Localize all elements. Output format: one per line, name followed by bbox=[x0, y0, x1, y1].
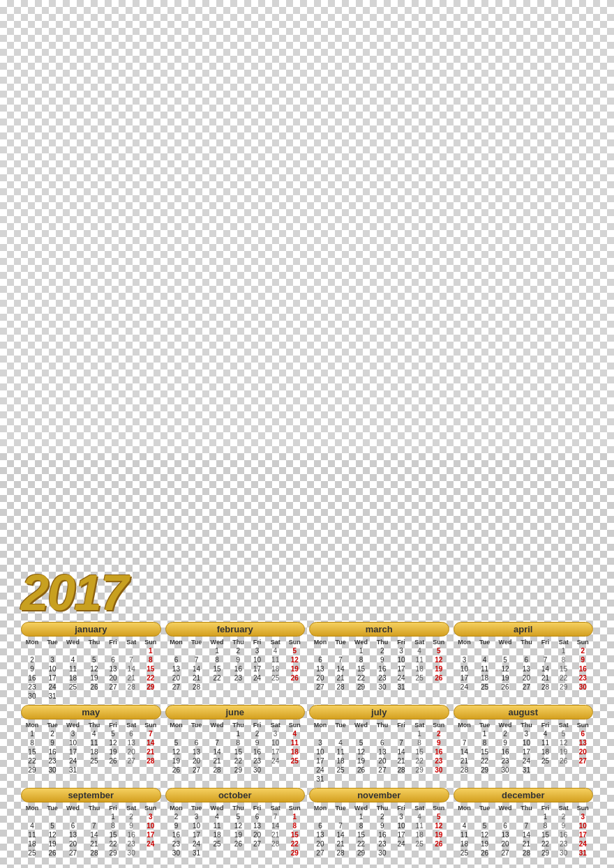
month-block-july: julyMonTueWedThuFriSatSun123456789101112… bbox=[309, 705, 449, 784]
calendar-day bbox=[267, 683, 285, 692]
calendar-day: 8 bbox=[104, 821, 122, 830]
calendar-day: 11 bbox=[206, 821, 228, 830]
calendar-day: 14 bbox=[84, 830, 104, 839]
calendar-day bbox=[454, 729, 476, 738]
calendar-day: 24 bbox=[392, 673, 410, 683]
calendar-day: 15 bbox=[206, 664, 228, 673]
calendar-day: 6 bbox=[494, 821, 516, 830]
calendar-day bbox=[537, 766, 555, 775]
calendar-day: 24 bbox=[516, 756, 536, 766]
month-name-november: november bbox=[309, 788, 449, 802]
calendar-day: 9 bbox=[428, 738, 449, 747]
calendar-day: 26 bbox=[428, 673, 449, 683]
calendar-day: 23 bbox=[43, 756, 61, 766]
calendar-day bbox=[187, 729, 205, 738]
calendar-day: 21 bbox=[187, 673, 205, 683]
calendar-day: 30 bbox=[555, 848, 573, 858]
calendar-day: 15 bbox=[555, 664, 573, 673]
calendar-day bbox=[373, 775, 392, 784]
calendar-day: 18 bbox=[84, 747, 104, 756]
calendar-day: 9 bbox=[122, 821, 140, 830]
calendar-day: 13 bbox=[122, 738, 140, 747]
calendar-day: 29 bbox=[410, 766, 428, 775]
calendar-day: 22 bbox=[104, 839, 122, 848]
calendar-day: 18 bbox=[410, 664, 428, 673]
day-header: Thu bbox=[516, 721, 536, 729]
calendar-day: 25 bbox=[21, 848, 43, 858]
month-table-april: MonTueWedThuFriSatSun1234567891011121314… bbox=[454, 638, 594, 692]
calendar-day: 6 bbox=[309, 655, 331, 664]
calendar-day: 23 bbox=[428, 756, 449, 766]
day-header: Tue bbox=[331, 721, 350, 729]
calendar-day: 4 bbox=[267, 646, 285, 655]
calendar-day: 23 bbox=[248, 756, 267, 766]
calendar-day: 8 bbox=[21, 738, 43, 747]
calendar-day: 19 bbox=[475, 839, 493, 848]
calendar-day: 7 bbox=[537, 655, 555, 664]
calendar-day: 13 bbox=[573, 738, 593, 747]
calendar-day: 27 bbox=[248, 839, 267, 848]
day-header: Tue bbox=[187, 721, 205, 729]
calendar-day: 7 bbox=[331, 821, 350, 830]
calendar-day: 13 bbox=[187, 747, 205, 756]
month-table-august: MonTueWedThuFriSatSun1234567891011121314… bbox=[454, 721, 594, 775]
calendar-day: 21 bbox=[267, 830, 285, 839]
calendar-day: 3 bbox=[267, 729, 285, 738]
month-table-october: MonTueWedThuFriSatSun2345671910111213148… bbox=[165, 804, 306, 858]
calendar-day: 12 bbox=[428, 655, 449, 664]
calendar-day bbox=[267, 766, 285, 775]
calendar-day: 28 bbox=[122, 683, 140, 692]
calendar-day: 29 bbox=[104, 848, 122, 858]
calendar-day: 30 bbox=[573, 683, 593, 692]
calendar-day bbox=[61, 692, 84, 701]
calendar-day: 20 bbox=[61, 839, 84, 848]
calendar-day: 16 bbox=[43, 747, 61, 756]
day-header: Thu bbox=[373, 638, 392, 646]
calendar-day: 14 bbox=[206, 747, 228, 756]
month-name-january: january bbox=[21, 622, 161, 637]
calendar-day bbox=[516, 812, 536, 821]
calendar-day: 18 bbox=[267, 664, 285, 673]
calendar-day: 22 bbox=[475, 756, 493, 766]
day-header: Sat bbox=[410, 638, 428, 646]
calendar-day: 22 bbox=[206, 673, 228, 683]
calendar-day: 14 bbox=[516, 830, 536, 839]
calendar-day: 2 bbox=[428, 729, 449, 738]
calendar-day: 25 bbox=[475, 683, 493, 692]
calendar-day bbox=[410, 848, 428, 858]
day-header: Wed bbox=[494, 638, 516, 646]
calendar-day: 12 bbox=[43, 830, 61, 839]
calendar-day bbox=[392, 729, 410, 738]
calendar-day: 16 bbox=[373, 664, 392, 673]
calendar-day: 13 bbox=[494, 830, 516, 839]
calendar-day: 29 bbox=[285, 848, 305, 858]
calendar-day: 12 bbox=[555, 738, 573, 747]
calendar-day: 2 bbox=[165, 812, 188, 821]
calendar-day bbox=[454, 646, 476, 655]
calendar-day: 12 bbox=[104, 738, 122, 747]
calendar-day bbox=[331, 646, 350, 655]
calendar-day bbox=[428, 775, 449, 784]
day-header: Fri bbox=[537, 721, 555, 729]
month-table-february: MonTueWedThuFriSatSun1234567891011121314… bbox=[165, 638, 306, 692]
calendar-day: 12 bbox=[475, 830, 493, 839]
calendar-day: 21 bbox=[331, 673, 350, 683]
calendar-day bbox=[165, 646, 188, 655]
day-header: Sat bbox=[410, 721, 428, 729]
day-header: Sun bbox=[285, 721, 305, 729]
calendar-day bbox=[410, 775, 428, 784]
day-header: Mon bbox=[309, 638, 331, 646]
calendar-day: 31 bbox=[61, 766, 84, 775]
calendar-day: 11 bbox=[21, 830, 43, 839]
calendar-day: 6 bbox=[122, 729, 140, 738]
day-header: Wed bbox=[350, 721, 372, 729]
calendar-day: 6 bbox=[104, 655, 122, 664]
calendar-day: 29 bbox=[350, 848, 372, 858]
calendar-day: 27 bbox=[309, 683, 331, 692]
calendar-day: 10 bbox=[392, 655, 410, 664]
calendar-day: 21 bbox=[392, 756, 410, 766]
calendar-day: 31 bbox=[43, 692, 61, 701]
calendar-day: 15 bbox=[350, 664, 372, 673]
calendar-day: 1 bbox=[206, 646, 228, 655]
month-table-november: MonTueWedThuFriSatSun1234567891011121314… bbox=[309, 804, 449, 858]
